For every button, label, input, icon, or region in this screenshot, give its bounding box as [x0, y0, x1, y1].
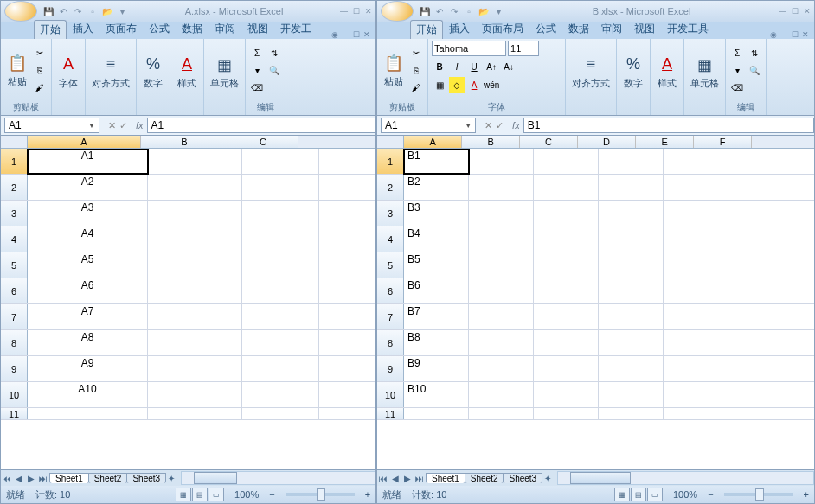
tab-review[interactable]: 审阅 [209, 19, 241, 39]
row-header-9[interactable]: 9 [1, 356, 28, 381]
format-painter-icon[interactable]: 🖌 [32, 80, 48, 96]
number-button[interactable]: %数字 [620, 53, 646, 92]
copy-icon[interactable]: ⎘ [32, 63, 48, 79]
align-button[interactable]: ≡对齐方式 [89, 53, 132, 92]
cell-B10[interactable] [148, 382, 242, 407]
cell-B4[interactable] [469, 226, 534, 252]
enter-icon[interactable]: ✓ [119, 120, 127, 131]
cell-B1[interactable] [469, 149, 534, 174]
cell-C2[interactable] [242, 175, 319, 200]
cell-C3[interactable] [534, 201, 599, 226]
h-scrollbar[interactable] [181, 471, 375, 485]
cut-icon[interactable]: ✂ [408, 46, 424, 61]
tab-layout[interactable]: 页面布 [99, 19, 143, 39]
zoom-in-icon[interactable]: + [804, 489, 809, 500]
cell-C4[interactable] [534, 226, 599, 252]
sum-icon[interactable]: Σ [249, 46, 265, 61]
mdi-close[interactable]: ✕ [802, 30, 809, 39]
row-header-7[interactable]: 7 [377, 304, 404, 329]
cell-B11[interactable] [469, 408, 534, 419]
undo-icon[interactable]: ↶ [433, 5, 446, 17]
sheet-tab-2[interactable]: Sheet2 [88, 473, 128, 483]
row-header-1[interactable]: 1 [377, 149, 404, 174]
cell-A7[interactable]: B7 [404, 304, 469, 329]
grow-font-icon[interactable]: A↑ [484, 59, 499, 74]
tab-insert[interactable]: 插入 [443, 19, 476, 39]
cell-C7[interactable] [534, 304, 599, 329]
new-icon[interactable]: ▫ [87, 5, 99, 17]
cell-E8[interactable] [664, 330, 728, 355]
font-size-combo[interactable]: 11 [508, 41, 539, 56]
cell-F11[interactable] [728, 408, 793, 419]
maximize-button[interactable]: ☐ [792, 7, 799, 16]
cell-A2[interactable]: A2 [28, 175, 148, 200]
cell-A9[interactable]: A9 [28, 356, 148, 381]
row-header-9[interactable]: 9 [377, 356, 404, 381]
cell-C8[interactable] [242, 330, 319, 355]
break-view-icon[interactable]: ▭ [209, 488, 224, 501]
chevron-down-icon[interactable]: ▼ [465, 122, 472, 130]
cell-C2[interactable] [534, 175, 599, 200]
zoom-slider[interactable] [286, 493, 355, 496]
cell-C10[interactable] [242, 382, 319, 407]
mdi-max[interactable]: ☐ [792, 30, 799, 39]
last-sheet-icon[interactable]: ⏭ [414, 474, 426, 483]
italic-icon[interactable]: I [449, 59, 465, 74]
tab-data[interactable]: 数据 [562, 19, 595, 39]
mdi-min[interactable]: — [342, 30, 350, 39]
next-sheet-icon[interactable]: ▶ [25, 474, 37, 483]
cell-C1[interactable] [534, 149, 599, 174]
underline-icon[interactable]: U [466, 59, 482, 74]
sheet-tab-3[interactable]: Sheet3 [126, 473, 166, 483]
tab-insert[interactable]: 插入 [67, 19, 99, 39]
undo-icon[interactable]: ↶ [57, 5, 69, 17]
new-icon[interactable]: ▫ [463, 5, 475, 17]
office-button[interactable] [381, 1, 414, 22]
align-button[interactable]: ≡对齐方式 [569, 53, 613, 92]
close-button[interactable]: ✕ [365, 7, 372, 16]
sheet-tab-1[interactable]: Sheet1 [49, 473, 89, 483]
row-header-5[interactable]: 5 [377, 252, 404, 278]
mdi-max[interactable]: ☐ [353, 30, 360, 39]
tab-layout[interactable]: 页面布局 [476, 19, 529, 39]
tab-home[interactable]: 开始 [410, 20, 443, 39]
cell-E4[interactable] [664, 226, 728, 252]
h-scrollbar[interactable] [557, 471, 814, 485]
cell-F5[interactable] [728, 252, 793, 278]
cell-D8[interactable] [599, 330, 664, 355]
col-header-C[interactable]: C [228, 136, 298, 148]
cell-E7[interactable] [664, 304, 728, 329]
cell-C11[interactable] [534, 408, 599, 419]
phonetic-icon[interactable]: wén [484, 77, 499, 93]
cell-B5[interactable] [148, 252, 242, 278]
cell-B8[interactable] [469, 330, 534, 355]
cell-B2[interactable] [469, 175, 534, 200]
cell-A1[interactable]: A1 [28, 149, 148, 174]
cell-E5[interactable] [664, 252, 728, 278]
cell-A11[interactable] [28, 408, 148, 419]
paste-button[interactable]: 📋粘贴 [4, 51, 30, 90]
cell-E2[interactable] [664, 175, 728, 200]
cell-A8[interactable]: B8 [404, 330, 469, 355]
cell-A5[interactable]: B5 [404, 252, 469, 278]
cell-E9[interactable] [664, 356, 728, 381]
fill-icon[interactable]: ▾ [249, 63, 265, 79]
zoom-slider[interactable] [724, 493, 793, 496]
worksheet-grid[interactable]: ABCDEF1B12B23B34B45B56B67B78B89B910B1011 [377, 136, 814, 469]
col-header-A[interactable]: A [28, 136, 141, 148]
zoom-in-icon[interactable]: + [365, 489, 370, 500]
cell-E6[interactable] [664, 278, 728, 303]
cell-B9[interactable] [469, 356, 534, 381]
row-header-6[interactable]: 6 [1, 278, 28, 303]
tab-data[interactable]: 数据 [176, 19, 209, 39]
cell-F9[interactable] [728, 356, 793, 381]
cell-C10[interactable] [534, 382, 599, 407]
tab-review[interactable]: 审阅 [595, 19, 628, 39]
cell-A9[interactable]: B9 [404, 356, 469, 381]
maximize-button[interactable]: ☐ [353, 7, 360, 16]
cell-C6[interactable] [242, 278, 319, 303]
clear-icon[interactable]: ⌫ [729, 80, 745, 96]
shrink-font-icon[interactable]: A↓ [501, 59, 517, 74]
zoom-out-icon[interactable]: − [708, 489, 713, 500]
number-button[interactable]: %数字 [140, 53, 166, 92]
